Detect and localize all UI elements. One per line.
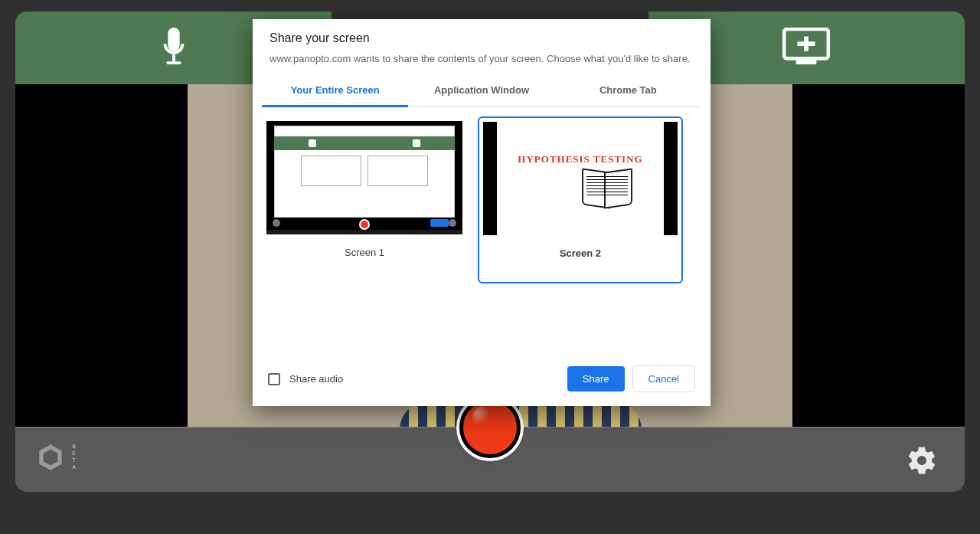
screen-1-label: Screen 1 <box>266 234 462 266</box>
gear-icon <box>906 444 938 477</box>
share-screen-dialog: Share your screen www.panopto.com wants … <box>253 19 710 406</box>
share-audio-label: Share audio <box>289 373 343 385</box>
svg-rect-5 <box>798 41 815 46</box>
cancel-button[interactable]: Cancel <box>632 365 695 392</box>
thumbnail-screen-2[interactable]: HYPOTHESIS TESTING Screen 2 <box>478 116 683 283</box>
svg-rect-3 <box>796 60 817 64</box>
svg-rect-0 <box>172 54 175 61</box>
share-button[interactable]: Share <box>567 366 625 391</box>
screen-2-label: Screen 2 <box>483 235 678 267</box>
beta-badge: BETA <box>71 444 77 471</box>
slide-title: HYPOTHESIS TESTING <box>518 153 642 165</box>
book-illustration <box>582 170 632 204</box>
tab-entire-screen[interactable]: Your Entire Screen <box>262 75 408 107</box>
checkbox-icon <box>268 373 280 385</box>
share-audio-toggle[interactable]: Share audio <box>268 373 343 385</box>
record-button[interactable] <box>459 397 521 458</box>
app-logo: BETA <box>34 441 77 473</box>
tab-chrome-tab[interactable]: Chrome Tab <box>555 75 701 106</box>
microphone-icon <box>156 25 191 71</box>
settings-button[interactable] <box>906 444 938 480</box>
svg-rect-1 <box>166 61 181 64</box>
thumbnail-screen-1[interactable]: Screen 1 <box>262 116 467 270</box>
dialog-subtitle: www.panopto.com wants to share the conte… <box>270 53 694 64</box>
bottom-toolbar: BETA <box>15 427 965 492</box>
screen-2-preview: HYPOTHESIS TESTING <box>483 122 678 235</box>
screen-thumbnails: Screen 1 HYPOTHESIS TESTING Screen 2 <box>253 107 710 356</box>
add-screen-icon <box>782 28 830 69</box>
dialog-title: Share your screen <box>270 31 694 45</box>
share-tabs: Your Entire Screen Application Window Ch… <box>262 75 701 107</box>
dialog-header: Share your screen www.panopto.com wants … <box>253 19 710 67</box>
preview-right-bar <box>792 84 965 429</box>
dialog-footer: Share audio Share Cancel <box>253 356 710 406</box>
panopto-logo-icon <box>34 441 67 473</box>
tab-application-window[interactable]: Application Window <box>408 75 554 106</box>
screen-1-preview <box>266 121 462 234</box>
preview-left-bar <box>15 84 188 429</box>
